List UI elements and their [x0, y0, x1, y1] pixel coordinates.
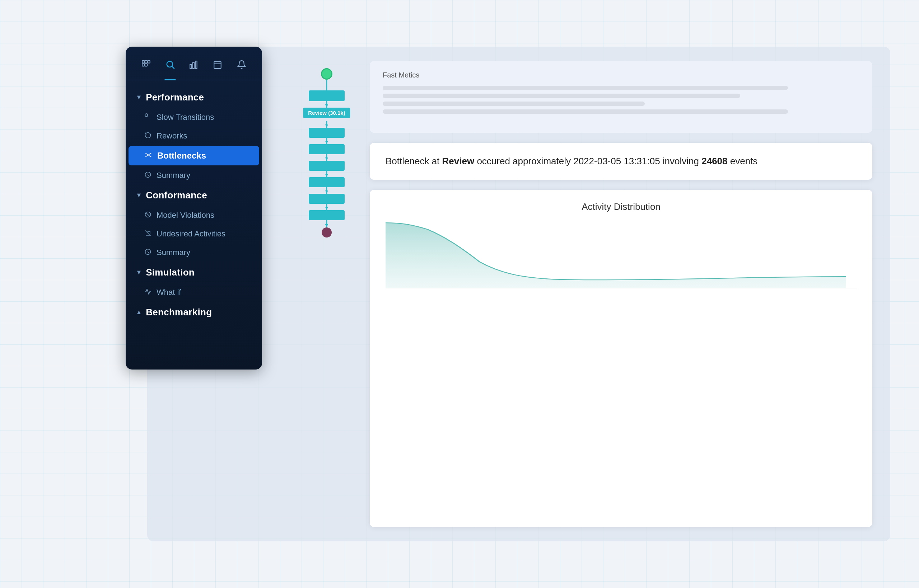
summary-perf-icon — [144, 171, 152, 180]
what-if-label: What if — [157, 288, 181, 297]
svg-rect-4 — [145, 64, 147, 66]
benchmarking-label: Benchmarking — [146, 307, 212, 318]
metrics-lines — [383, 86, 859, 114]
benchmarking-section-header[interactable]: ▲ Benchmarking — [126, 302, 262, 323]
fast-metrics-card: Fast Metics — [370, 61, 872, 133]
sidebar-nav — [126, 47, 262, 80]
benchmarking-chevron: ▲ — [136, 309, 142, 316]
metrics-line-4 — [383, 110, 788, 114]
sidebar-item-undesired-activities[interactable]: Undesired Activities — [128, 225, 259, 243]
svg-rect-7 — [190, 65, 191, 68]
flow-connector-2: ▼ — [326, 121, 327, 128]
flow-node-5 — [309, 177, 345, 187]
bell-nav-icon[interactable] — [234, 57, 249, 73]
bottleneck-count: 24608 — [701, 156, 727, 166]
chart-nav-icon[interactable] — [186, 57, 202, 73]
flow-diagram: ▼ Review (30.1k) ▼ ▼ ▼ ▼ ▼ ▼ — [301, 68, 352, 513]
summary-conf-label: Summary — [157, 248, 190, 257]
reworks-label: Reworks — [157, 131, 188, 141]
hierarchy-nav-icon[interactable] — [138, 57, 154, 73]
flow-node-2 — [309, 128, 345, 138]
sidebar-item-what-if[interactable]: What if — [128, 283, 259, 302]
flow-connector-5: ▼ — [326, 171, 327, 177]
flow-node-1 — [309, 90, 345, 101]
svg-rect-8 — [193, 63, 194, 68]
simulation-section-header[interactable]: ▼ Simulation — [126, 262, 262, 283]
svg-rect-0 — [142, 61, 145, 63]
calendar-nav-icon[interactable] — [210, 57, 225, 73]
bottlenecks-icon — [144, 151, 152, 161]
undesired-activities-icon — [144, 229, 152, 239]
flow-node-4 — [309, 161, 345, 171]
sidebar: ▼ Performance Slow Transitions — [126, 47, 262, 370]
slow-transitions-icon — [144, 113, 152, 122]
sidebar-item-slow-transitions[interactable]: Slow Transitions — [128, 108, 259, 127]
sidebar-content: ▼ Performance Slow Transitions — [126, 80, 262, 330]
summary-conf-icon — [144, 248, 152, 257]
performance-label: Performance — [146, 92, 204, 103]
model-violations-label: Model Violations — [157, 211, 214, 220]
flow-connector-3: ▼ — [326, 138, 327, 144]
bottleneck-prefix: Bottleneck at — [385, 156, 442, 166]
flow-node-7 — [309, 210, 345, 220]
performance-section-header[interactable]: ▼ Performance — [126, 87, 262, 108]
flow-connector-0 — [326, 80, 327, 90]
review-label: Review (30.1k) — [303, 108, 350, 118]
flow-connector-8: ▼ — [326, 220, 327, 228]
bottleneck-node: Review — [442, 156, 474, 166]
svg-line-21 — [146, 212, 150, 217]
slow-transitions-label: Slow Transitions — [157, 113, 214, 122]
bottleneck-card: Bottleneck at Review occured approximate… — [370, 143, 872, 180]
flow-node-3 — [309, 144, 345, 154]
simulation-label: Simulation — [146, 267, 194, 278]
fast-metrics-title: Fast Metics — [383, 71, 859, 79]
sidebar-item-summary-conf[interactable]: Summary — [128, 243, 259, 262]
svg-rect-14 — [146, 114, 148, 116]
conformance-chevron: ▼ — [136, 192, 142, 199]
what-if-icon — [144, 288, 152, 297]
performance-chevron: ▼ — [136, 94, 142, 101]
search-nav-icon[interactable] — [162, 57, 178, 73]
activity-distribution-card: Activity Distribution — [370, 190, 872, 527]
reworks-icon — [144, 132, 152, 141]
flow-connector-7: ▼ — [326, 204, 327, 210]
summary-perf-label: Summary — [157, 171, 190, 180]
main-wrapper: ▼ Performance Slow Transitions — [126, 47, 890, 541]
svg-rect-2 — [148, 61, 150, 63]
metrics-line-2 — [383, 94, 740, 98]
sidebar-item-summary-perf[interactable]: Summary — [128, 166, 259, 185]
sidebar-item-reworks[interactable]: Reworks — [128, 127, 259, 145]
svg-rect-1 — [145, 61, 147, 63]
activity-chart-area — [385, 220, 856, 291]
svg-rect-9 — [195, 61, 197, 68]
flow-end-node — [322, 228, 332, 237]
right-panel: Fast Metics Bottleneck at Review occured… — [370, 61, 872, 527]
sidebar-item-model-violations[interactable]: Model Violations — [128, 206, 259, 225]
bottleneck-middle: occured approximately 2022-03-05 13:31:0… — [474, 156, 701, 166]
activity-distribution-title: Activity Distribution — [385, 201, 856, 212]
conformance-section-header[interactable]: ▼ Conformance — [126, 185, 262, 206]
undesired-activities-label: Undesired Activities — [157, 229, 225, 239]
metrics-line-1 — [383, 86, 788, 90]
sidebar-item-bottlenecks[interactable]: Bottlenecks — [128, 146, 259, 165]
flow-connector-6: ▼ — [326, 187, 327, 194]
activity-distribution-chart — [385, 220, 856, 291]
flow-node-6 — [309, 194, 345, 204]
metrics-line-3 — [383, 102, 645, 106]
model-violations-icon — [144, 211, 152, 220]
bottleneck-text: Bottleneck at Review occured approximate… — [385, 154, 856, 168]
simulation-chevron: ▼ — [136, 269, 142, 276]
flow-connector-1: ▼ — [326, 101, 327, 108]
svg-point-5 — [167, 61, 172, 67]
flow-connector-4: ▼ — [326, 154, 327, 161]
bottleneck-suffix: events — [728, 156, 758, 166]
svg-rect-10 — [214, 61, 222, 68]
conformance-label: Conformance — [146, 190, 207, 201]
svg-rect-3 — [142, 64, 145, 66]
svg-line-6 — [172, 66, 174, 68]
flow-start-node — [321, 68, 332, 80]
bottlenecks-label: Bottlenecks — [157, 151, 206, 161]
